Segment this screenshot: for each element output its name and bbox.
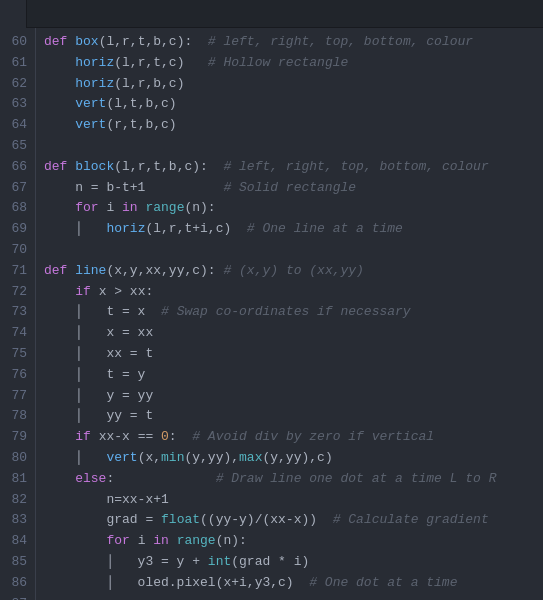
code-token: if	[75, 429, 98, 444]
code-token: in	[153, 533, 176, 548]
code-token: │	[44, 221, 106, 236]
code-token: def	[44, 34, 75, 49]
code-token: # Calculate gradient	[333, 512, 489, 527]
code-token: box	[75, 34, 98, 49]
code-token: range	[145, 200, 184, 215]
code-token: (grad * i)	[231, 554, 309, 569]
code-token: line	[75, 263, 106, 278]
code-token: # (x,y) to (xx,yy)	[223, 263, 363, 278]
line-number: 69	[6, 219, 27, 240]
line-number: 64	[6, 115, 27, 136]
code-token: # left, right, top, bottom, colour	[223, 159, 488, 174]
code-line: for i in range(n):	[44, 531, 543, 552]
code-token: (l,t,b,c)	[106, 96, 176, 111]
code-token: │ y3 = y +	[44, 554, 208, 569]
line-number: 78	[6, 406, 27, 427]
code-token: min	[161, 450, 184, 465]
code-token: │	[44, 450, 106, 465]
code-line: vert(l,t,b,c)	[44, 94, 543, 115]
code-token: (y,yy),	[184, 450, 239, 465]
line-number: 74	[6, 323, 27, 344]
line-number: 61	[6, 53, 27, 74]
code-line: vert(r,t,b,c)	[44, 115, 543, 136]
code-token	[44, 200, 75, 215]
code-token: int	[208, 554, 231, 569]
code-line	[44, 240, 543, 261]
code-area: 6061626364656667686970717273747576777879…	[0, 28, 543, 600]
code-token	[44, 533, 106, 548]
code-token: 0	[161, 429, 169, 444]
code-token: horiz	[75, 55, 114, 70]
code-token: vert	[106, 450, 137, 465]
code-line: │ oled.pixel(x+i,y3,c) # One dot at a ti…	[44, 573, 543, 594]
code-line	[44, 594, 543, 600]
code-token: (x,	[138, 450, 161, 465]
code-line: │ horiz(l,r,t+i,c) # One line at a time	[44, 219, 543, 240]
code-line: horiz(l,r,b,c)	[44, 74, 543, 95]
code-token: (n):	[216, 533, 247, 548]
code-token: :	[169, 429, 192, 444]
line-number: 66	[6, 157, 27, 178]
code-token: grad =	[44, 512, 161, 527]
code-token: n=xx-x+1	[44, 492, 169, 507]
code-token: │ yy = t	[44, 408, 153, 423]
line-number: 60	[6, 32, 27, 53]
line-number: 71	[6, 261, 27, 282]
line-number: 75	[6, 344, 27, 365]
code-token: (l,r,t,b,c):	[114, 159, 223, 174]
line-number: 77	[6, 386, 27, 407]
code-token: xx-x ==	[99, 429, 161, 444]
line-number: 79	[6, 427, 27, 448]
editor: 6061626364656667686970717273747576777879…	[0, 0, 543, 600]
code-line: horiz(l,r,t,c) # Hollow rectangle	[44, 53, 543, 74]
code-token: # One dot at a time	[309, 575, 457, 590]
code-token: (n):	[184, 200, 215, 215]
line-number: 68	[6, 198, 27, 219]
code-token: n = b-t+1	[44, 180, 223, 195]
line-number: 70	[6, 240, 27, 261]
line-number: 73	[6, 302, 27, 323]
code-token: (l,r,t,c)	[114, 55, 208, 70]
code-line: │ vert(x,min(y,yy),max(y,yy),c)	[44, 448, 543, 469]
code-token: horiz	[106, 221, 145, 236]
line-number: 63	[6, 94, 27, 115]
code-line: │ x = xx	[44, 323, 543, 344]
code-line: │ yy = t	[44, 406, 543, 427]
code-token: # Hollow rectangle	[208, 55, 348, 70]
code-token: │ t = x	[44, 304, 161, 319]
code-token: in	[122, 200, 145, 215]
code-token: │ y = yy	[44, 388, 153, 403]
code-token: │ t = y	[44, 367, 145, 382]
code-token: # Swap co-ordinates if necessary	[161, 304, 411, 319]
code-token: horiz	[75, 76, 114, 91]
line-number: 67	[6, 178, 27, 199]
code-line: if x > xx:	[44, 282, 543, 303]
line-number: 82	[6, 490, 27, 511]
code-token: (l,r,t+i,c)	[145, 221, 246, 236]
code-token: for	[75, 200, 106, 215]
code-line: n=xx-x+1	[44, 490, 543, 511]
code-token: vert	[75, 117, 106, 132]
code-token: │ xx = t	[44, 346, 153, 361]
code-line: def box(l,r,t,b,c): # left, right, top, …	[44, 32, 543, 53]
code-token	[44, 117, 75, 132]
code-line: else: # Draw line one dot at a time L to…	[44, 469, 543, 490]
code-token: (l,r,t,b,c):	[99, 34, 208, 49]
line-number: 86	[6, 573, 27, 594]
code-token: # Draw line one dot at a time L to R	[216, 471, 497, 486]
code-token: vert	[75, 96, 106, 111]
code-token: float	[161, 512, 200, 527]
code-token	[44, 471, 75, 486]
code-token: (y,yy),c)	[262, 450, 332, 465]
code-content[interactable]: def box(l,r,t,b,c): # left, right, top, …	[36, 28, 543, 600]
code-line: │ t = x # Swap co-ordinates if necessary	[44, 302, 543, 323]
code-token: (r,t,b,c)	[106, 117, 176, 132]
code-line: if xx-x == 0: # Avoid div by zero if ver…	[44, 427, 543, 448]
code-token: # Avoid div by zero if vertical	[192, 429, 434, 444]
code-token	[44, 55, 75, 70]
tab[interactable]	[0, 0, 27, 28]
code-token	[44, 429, 75, 444]
line-number: 87	[6, 594, 27, 600]
code-line: n = b-t+1 # Solid rectangle	[44, 178, 543, 199]
code-token: # Solid rectangle	[223, 180, 356, 195]
